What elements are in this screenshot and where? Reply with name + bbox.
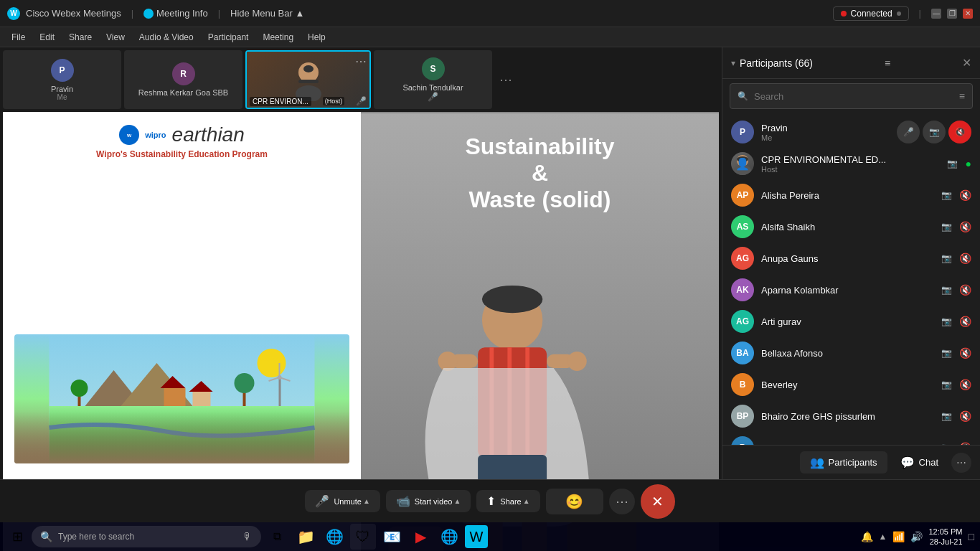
connected-badge: Connected <box>833 6 909 21</box>
end-meeting-button[interactable]: ✕ <box>641 484 675 519</box>
reactions-button[interactable]: 😊 <box>546 489 603 514</box>
participant-pravin[interactable]: P Pravin Me 🎤 📷 🔇 <box>722 116 980 148</box>
wipro-logo-area: w wipro earthian <box>119 123 245 146</box>
sort-participants-button[interactable]: ≡ <box>885 57 890 69</box>
participant-bellaxa[interactable]: BA Bellaxa Afonso 📷 🔇 <box>722 337 980 369</box>
action-center-icon[interactable]: □ <box>969 531 974 542</box>
menu-meeting[interactable]: Meeting <box>257 31 299 44</box>
taskbar-app-edge[interactable]: 🌐 <box>321 524 347 550</box>
taskbar-app-store[interactable]: 🛡 <box>350 524 376 550</box>
video-icon: 📹 <box>396 494 410 508</box>
share-arrow-icon[interactable]: ▲ <box>523 497 530 505</box>
arti-camera-button[interactable]: 📷 <box>936 311 956 331</box>
svg-point-29 <box>482 286 542 313</box>
menu-file[interactable]: File <box>6 31 31 44</box>
taskbar-volume-icon[interactable]: 🔊 <box>910 531 923 542</box>
svg-rect-2 <box>298 80 319 83</box>
taskbar-clock[interactable]: 12:05 PM 28-Jul-21 <box>928 527 962 547</box>
anupa-avatar: AG <box>731 247 754 270</box>
pravin-camera-button[interactable]: 📷 <box>923 121 946 143</box>
participant-aparna[interactable]: AK Aparna Kolambkar 📷 🔇 <box>722 274 980 306</box>
unmute-button[interactable]: 🎤 Unmute ▲ <box>305 490 380 512</box>
bellaxa-info: Bellaxa Afonso <box>761 348 929 359</box>
menu-share[interactable]: Share <box>63 31 98 44</box>
alsifa-camera-button[interactable]: 📷 <box>936 217 956 237</box>
menu-help[interactable]: Help <box>302 31 331 44</box>
share-button[interactable]: ⬆ Share ▲ <box>476 490 540 512</box>
start-video-button[interactable]: 📹 Start video ▲ <box>386 490 471 512</box>
menu-audio-video[interactable]: Audio & Video <box>133 31 199 44</box>
meeting-info-link[interactable]: Meeting Info <box>143 8 208 19</box>
taskbar-notifications-icon[interactable]: 🔔 <box>861 531 873 542</box>
participant-bhairo[interactable]: BP Bhairo Zore GHS pissurlem 📷 🔇 <box>722 400 980 432</box>
pravin-unmute-button[interactable]: 🔇 <box>948 121 971 143</box>
thumbnail-cpr[interactable]: CPR ENVIRON... (Host) 🎤 ⋯ <box>245 50 371 109</box>
participant-beverley[interactable]: B Beverley 📷 🔇 <box>722 369 980 400</box>
thumb-options-icon[interactable]: ⋯ <box>355 55 367 68</box>
connected-label: Connected <box>851 9 892 19</box>
thumbnail-pravin[interactable]: P Pravin Me <box>3 50 121 109</box>
taskbar-app-webex[interactable]: W <box>465 525 488 548</box>
thumbnail-reshma[interactable]: R Reshma Kerkar Goa SBB <box>124 50 242 109</box>
emoji-icon: 😊 <box>565 493 583 510</box>
thumbnail-sachin[interactable]: S Sachin Tendulkar 🎤 <box>374 50 492 109</box>
alsifa-avatar: AS <box>731 215 754 238</box>
taskbar-app-files[interactable]: 📁 <box>293 524 319 550</box>
participant-cpr[interactable]: CPR ENVIRONMENTAL ED... Host 📷 ● <box>722 148 980 179</box>
chat-tab[interactable]: 💬 Chat <box>890 451 948 474</box>
taskbar-app-taskview[interactable]: ⧉ <box>264 524 290 550</box>
pravin-list-avatar: P <box>731 121 754 143</box>
taskbar-app-mail[interactable]: 📧 <box>379 524 405 550</box>
search-icon: 🔍 <box>738 91 748 101</box>
aparna-camera-button[interactable]: 📷 <box>936 280 956 300</box>
close-panel-button[interactable]: ✕ <box>962 56 971 70</box>
bindiya-camera-button[interactable]: 📷 <box>936 438 956 445</box>
video-arrow-icon[interactable]: ▲ <box>453 497 461 505</box>
thumb-more-icon[interactable]: ⋯ <box>495 50 517 109</box>
minimize-button[interactable]: — <box>931 9 941 19</box>
taskbar-app-media[interactable]: ▶ <box>407 524 433 550</box>
participant-anupa[interactable]: AG Anupa Gauns 📷 🔇 <box>722 242 980 274</box>
alisha-camera-button[interactable]: 📷 <box>936 185 956 205</box>
restore-button[interactable]: ❐ <box>947 9 957 19</box>
participant-bindiya[interactable]: B Bindiya 📷 🔇 <box>722 432 980 445</box>
more-panel-button[interactable]: ⋯ <box>951 453 971 473</box>
taskbar-chevron-icon[interactable]: ▲ <box>879 532 887 542</box>
unmute-arrow-icon[interactable]: ▲ <box>363 497 370 505</box>
search-bar[interactable]: 🔍 ≡ <box>730 83 973 109</box>
pravin-mute-button[interactable]: 🎤 <box>897 121 920 143</box>
voice-search-icon[interactable]: 🎙 <box>242 531 253 542</box>
unmute-icon: 🎤 <box>315 494 329 508</box>
participant-alsifa[interactable]: AS Alsifa Shaikh 📷 🔇 <box>722 211 980 242</box>
bellaxa-camera-button[interactable]: 📷 <box>936 343 956 363</box>
cpr-camera-button[interactable]: 📷 <box>943 154 963 174</box>
panel-header: ▾ Participants (66) ≡ ✕ <box>722 47 980 79</box>
video-area: P Pravin Me R Reshma Kerkar Goa SBB <box>0 47 722 479</box>
cpr-controls: 📷 ● <box>943 154 971 174</box>
taskbar-wifi-icon[interactable]: 📶 <box>892 531 905 542</box>
more-options-button[interactable]: ⋯ <box>609 489 635 514</box>
windows-start-button[interactable]: ⊞ <box>6 525 29 548</box>
taskbar-search[interactable]: 🔍 Type here to search 🎙 <box>32 526 261 547</box>
participants-tab[interactable]: 👥 Participants <box>800 451 887 474</box>
menu-edit[interactable]: Edit <box>34 31 60 44</box>
participants-list: P Pravin Me 🎤 📷 🔇 <box>722 113 980 445</box>
collapse-icon[interactable]: ▾ <box>731 58 735 68</box>
hide-menu-label[interactable]: Hide Menu Bar ▲ <box>230 8 304 19</box>
filter-icon[interactable]: ≡ <box>959 90 965 102</box>
menu-participant[interactable]: Participant <box>202 31 255 44</box>
close-button[interactable]: ✕ <box>963 9 973 19</box>
anupa-camera-button[interactable]: 📷 <box>936 248 956 268</box>
participant-arti[interactable]: AG Arti gurav 📷 🔇 <box>722 306 980 337</box>
beverley-camera-button[interactable]: 📷 <box>936 375 956 395</box>
participant-alisha[interactable]: AP Alisha Pereira 📷 🔇 <box>722 179 980 211</box>
pravin-list-name: Pravin <box>761 123 890 133</box>
meeting-info-label: Meeting Info <box>156 8 208 19</box>
pravin-role: Me <box>761 133 890 142</box>
menu-view[interactable]: View <box>100 31 131 44</box>
taskbar-app-chrome[interactable]: 🌐 <box>436 524 462 550</box>
search-input[interactable] <box>754 91 953 102</box>
unmute-label: Unmute <box>334 497 362 506</box>
bhairo-camera-button[interactable]: 📷 <box>936 406 956 426</box>
share-dropdown: ⬆ Share ▲ <box>486 494 529 508</box>
